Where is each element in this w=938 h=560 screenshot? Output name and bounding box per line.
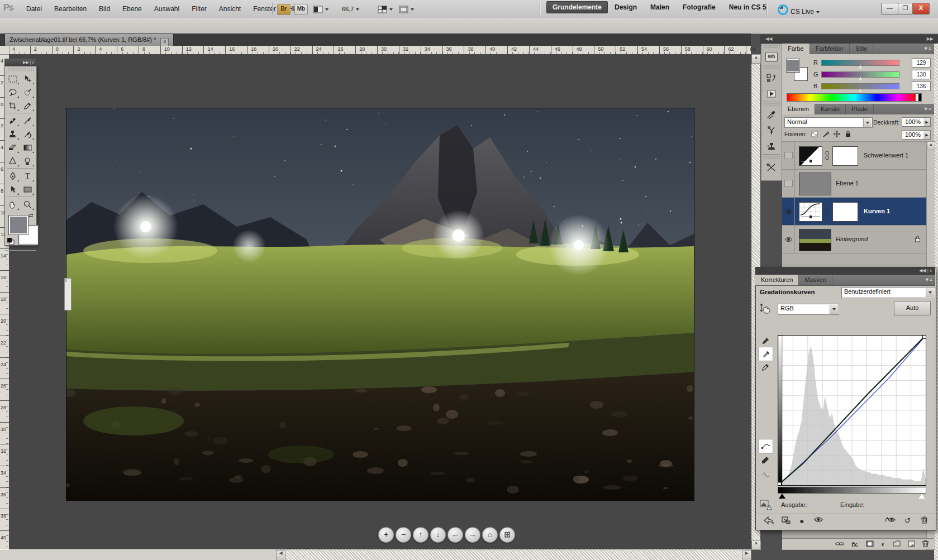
tab-ebenen[interactable]: Ebenen <box>782 104 815 114</box>
layer-row-ebene-1[interactable]: Ebene 1 <box>782 170 926 198</box>
gray-point-eyedropper-icon[interactable] <box>759 347 773 361</box>
toolbar-header[interactable]: ▶▶ | x <box>4 59 36 66</box>
mask-link-icon[interactable] <box>825 207 830 217</box>
blend-mode-select[interactable]: Normal <box>784 117 873 128</box>
new-adjustment-layer-icon[interactable]: ◐ <box>881 540 885 548</box>
view-previous-state-icon[interactable] <box>884 516 896 524</box>
layer-name[interactable]: Kurven 1 <box>864 208 890 214</box>
visibility-eye-icon[interactable] <box>782 198 795 225</box>
fill-field[interactable]: 100% <box>902 130 924 140</box>
rect-marquee-tool[interactable] <box>5 72 20 85</box>
scroll-down-icon[interactable]: ▼ <box>751 540 761 550</box>
path-selection-tool[interactable] <box>5 183 20 196</box>
view-extras-button[interactable] <box>378 4 393 14</box>
link-layers-icon[interactable] <box>835 541 844 548</box>
strip-grip[interactable] <box>763 66 780 70</box>
visibility-empty-box[interactable] <box>782 142 795 169</box>
reset-icon[interactable]: ↺ <box>904 516 911 525</box>
visibility-eye-icon[interactable] <box>814 516 823 524</box>
channel-dropdown-icon[interactable] <box>830 305 838 314</box>
toolbar-resize-handle[interactable] <box>5 250 36 255</box>
document-close-icon[interactable]: x <box>160 38 169 46</box>
scroll-up-icon[interactable]: ▲ <box>751 54 761 64</box>
menu-bild[interactable]: Bild <box>93 0 116 17</box>
shadow-input-slider[interactable] <box>779 494 785 499</box>
tab-masken[interactable]: Masken <box>799 275 832 285</box>
fg-color-well[interactable] <box>787 59 799 72</box>
lock-all-icon[interactable] <box>845 131 851 137</box>
threshold-thumbnail[interactable] <box>799 146 822 166</box>
preset-dropdown-icon[interactable] <box>926 288 934 297</box>
fill-spinner-icon[interactable]: ▶ <box>923 130 931 140</box>
workspace-malen[interactable]: Malen <box>644 1 676 13</box>
mini-bridge-panel-icon[interactable]: Mb <box>761 49 782 65</box>
channel-value-field[interactable]: 136 <box>912 82 931 91</box>
zoom-level-control[interactable]: 66,7 <box>342 4 359 14</box>
mini-bridge-button[interactable]: Mb <box>294 4 308 15</box>
quick-selection-tool[interactable] <box>20 85 35 99</box>
lasso-tool[interactable] <box>5 85 20 99</box>
default-colors-icon[interactable] <box>7 238 15 245</box>
new-layer-icon[interactable] <box>908 540 915 548</box>
visibility-empty-box[interactable] <box>782 170 795 197</box>
scroll-left-icon[interactable]: ◀ <box>276 550 285 560</box>
tab-pfade[interactable]: Pfade <box>846 104 874 114</box>
auto-button[interactable]: Auto <box>894 301 931 315</box>
lock-position-icon[interactable] <box>834 131 840 137</box>
highlight-input-slider[interactable] <box>918 494 925 499</box>
strip-grip[interactable] <box>763 103 780 107</box>
arrange-documents-button[interactable] <box>313 4 328 14</box>
tab-korrekturen[interactable]: Korrekturen <box>755 275 799 285</box>
hand-tool[interactable] <box>5 198 20 211</box>
layer-row-hintergrund[interactable]: Hintergrund <box>782 226 926 253</box>
channel-slider-thumb[interactable] <box>858 76 863 80</box>
workspace-design[interactable]: Design <box>608 1 644 13</box>
cs-live-button[interactable]: CS Live <box>778 4 820 16</box>
adjustments-panel-menu-icon[interactable]: ▼≡ <box>925 277 932 283</box>
dodge-tool[interactable] <box>20 154 35 167</box>
document-image[interactable]: +−↑↓←→⌂⊞ <box>66 108 694 501</box>
delete-adjustment-icon[interactable] <box>921 516 927 525</box>
new-group-icon[interactable] <box>893 540 901 548</box>
layer-name[interactable]: Schwellenwert 1 <box>864 152 908 159</box>
eraser-tool[interactable] <box>5 141 20 154</box>
smooth-curve-icon[interactable] <box>759 468 772 481</box>
layer-row-schwellenwert-1[interactable]: Schwellenwert 1 <box>782 142 926 170</box>
zoom-tool[interactable] <box>20 198 35 211</box>
opacity-field[interactable]: 100% <box>902 117 924 127</box>
healing-brush-tool[interactable] <box>5 114 20 127</box>
type-tool[interactable]: T <box>20 169 35 183</box>
bridge-button[interactable]: Br <box>277 4 291 15</box>
blur-tool[interactable] <box>5 154 20 167</box>
channel-value-field[interactable]: 129 <box>912 58 931 68</box>
channel-slider-thumb[interactable] <box>858 88 863 92</box>
minimize-button[interactable]: — <box>881 3 898 15</box>
history-brush-tool[interactable] <box>20 127 35 141</box>
layers-panel-menu-icon[interactable]: ▼≡ <box>923 106 931 112</box>
edit-points-tool-icon[interactable] <box>759 439 773 453</box>
curves-channel-select[interactable]: RGB <box>778 304 839 315</box>
curves-preset-select[interactable]: Benutzerdefiniert <box>841 287 935 298</box>
layer-styles-icon[interactable]: fx. <box>851 541 859 548</box>
menu-bearbeiten[interactable]: Bearbeiten <box>48 0 93 17</box>
tab-farbe[interactable]: Farbe <box>782 44 810 54</box>
curves-graph[interactable] <box>778 335 926 486</box>
move-tool[interactable] <box>20 72 35 85</box>
crop-tool[interactable] <box>5 99 20 112</box>
clip-to-layer-icon[interactable] <box>782 516 792 525</box>
color-panel-menu-icon[interactable]: ▼≡ <box>923 46 931 51</box>
clone-source-panel-icon[interactable] <box>761 70 782 86</box>
on-image-adjust-icon[interactable] <box>759 301 772 316</box>
actions-panel-icon[interactable] <box>761 86 782 102</box>
tab-stile[interactable]: Stile <box>850 44 873 54</box>
horizontal-scrollbar[interactable]: ◀ ▶ <box>276 549 751 560</box>
curves-thumbnail[interactable] <box>799 202 822 222</box>
horizontal-ruler[interactable]: 4202468101214161820222426283032343638404… <box>9 46 751 55</box>
foreground-color-swatch[interactable] <box>9 216 28 234</box>
layer-mask-thumbnail[interactable] <box>832 202 858 222</box>
layer-thumbnail[interactable] <box>799 173 831 195</box>
opacity-spinner-icon[interactable]: ▶ <box>923 117 931 127</box>
close-button[interactable]: X <box>912 3 930 15</box>
shape-tool[interactable] <box>20 183 35 196</box>
layer-row-kurven-1[interactable]: Kurven 1 <box>782 198 926 226</box>
